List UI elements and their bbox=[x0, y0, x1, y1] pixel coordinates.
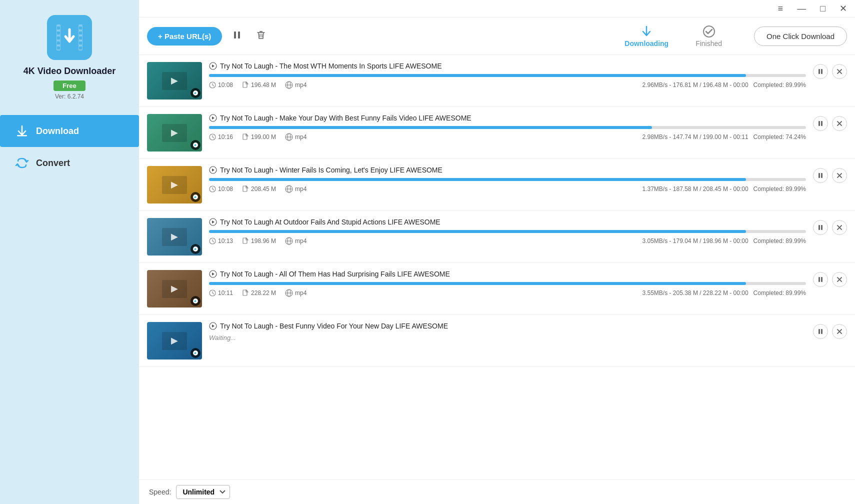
sidebar: 4K Video Downloader Free Ver: 6.2.74 Dow… bbox=[0, 0, 139, 504]
close-icon-5 bbox=[836, 276, 842, 282]
pause-icon bbox=[232, 30, 242, 40]
pause-button-5[interactable] bbox=[813, 272, 828, 287]
cancel-button-1[interactable] bbox=[832, 64, 847, 79]
speed-info-4: 3.05MB/s - 179.04 M / 198.96 M - 00:00 C… bbox=[642, 238, 806, 244]
app-logo bbox=[47, 15, 92, 60]
pause-icon-6 bbox=[818, 328, 824, 334]
video-icon-6 bbox=[209, 322, 217, 330]
pause-icon-2 bbox=[818, 120, 824, 126]
download-actions-4 bbox=[813, 218, 847, 235]
thumbnail-5: ▶ bbox=[147, 270, 202, 308]
filesize-4: 198.96 M bbox=[242, 238, 276, 244]
tab-finished[interactable]: Finished bbox=[690, 22, 728, 50]
sidebar-nav: Download Convert bbox=[0, 115, 139, 179]
pause-icon-3 bbox=[818, 172, 824, 178]
svg-rect-24 bbox=[243, 82, 247, 88]
convert-icon bbox=[15, 156, 29, 170]
svg-rect-10 bbox=[79, 36, 82, 40]
cancel-button-5[interactable] bbox=[832, 272, 847, 287]
pause-button-2[interactable] bbox=[813, 116, 828, 131]
pause-button-6[interactable] bbox=[813, 324, 828, 339]
sidebar-item-convert[interactable]: Convert bbox=[0, 147, 139, 179]
svg-rect-9 bbox=[79, 32, 82, 34]
pause-all-button[interactable] bbox=[228, 28, 246, 44]
speed-info-3: 1.37MB/s - 187.58 M / 208.45 M - 00:00 C… bbox=[642, 186, 806, 192]
svg-text:▶: ▶ bbox=[171, 128, 178, 138]
pause-button-4[interactable] bbox=[813, 220, 828, 235]
cancel-button-4[interactable] bbox=[832, 220, 847, 235]
finished-tab-icon bbox=[702, 24, 716, 38]
progress-track-1 bbox=[209, 74, 806, 77]
download-info-5: Try Not To Laugh - All Of Them Has Had S… bbox=[209, 270, 806, 297]
video-icon-1 bbox=[209, 62, 217, 70]
format-icon bbox=[285, 237, 293, 245]
speed-select[interactable]: Unlimited 1 MB/s 2 MB/s 5 MB/s bbox=[176, 485, 230, 499]
delete-all-button[interactable] bbox=[252, 28, 270, 44]
svg-rect-13 bbox=[17, 135, 27, 136]
svg-text:▶: ▶ bbox=[171, 232, 178, 242]
format-2: mp4 bbox=[285, 133, 306, 141]
minimize-button[interactable]: — bbox=[794, 3, 809, 14]
svg-rect-5 bbox=[57, 36, 60, 40]
svg-rect-6 bbox=[57, 42, 60, 44]
video-icon-4 bbox=[209, 218, 217, 226]
svg-rect-7 bbox=[57, 46, 60, 50]
plan-badge: Free bbox=[54, 80, 85, 91]
format-4: mp4 bbox=[285, 237, 306, 245]
cancel-button-2[interactable] bbox=[832, 116, 847, 131]
file-icon bbox=[242, 186, 249, 192]
vimeo-badge-2 bbox=[190, 140, 200, 150]
filesize-1: 196.48 M bbox=[242, 82, 276, 88]
download-item-5: ▶ Try Not To Laugh - All Of Them Has Had… bbox=[139, 263, 855, 315]
pause-button-1[interactable] bbox=[813, 64, 828, 79]
svg-rect-15 bbox=[238, 32, 240, 38]
maximize-button[interactable]: □ bbox=[817, 3, 828, 14]
cancel-button-3[interactable] bbox=[832, 168, 847, 183]
svg-rect-61 bbox=[818, 225, 820, 230]
progress-track-4 bbox=[209, 230, 806, 233]
format-icon bbox=[285, 133, 293, 141]
titlebar: ≡ — □ ✕ bbox=[139, 0, 855, 18]
one-click-download-button[interactable]: One Click Download bbox=[754, 26, 847, 46]
thumbnail-4: ▶ bbox=[147, 218, 202, 256]
svg-rect-12 bbox=[79, 46, 82, 50]
pause-button-3[interactable] bbox=[813, 168, 828, 183]
download-info-1: Try Not To Laugh - The Most WTH Moments … bbox=[209, 62, 806, 89]
menu-button[interactable]: ≡ bbox=[775, 3, 786, 14]
filesize-5: 228.22 M bbox=[242, 290, 276, 296]
svg-rect-28 bbox=[818, 69, 820, 74]
sidebar-item-download[interactable]: Download bbox=[0, 115, 139, 147]
speed-info-5: 3.55MB/s - 205.38 M / 228.22 M - 00:00 C… bbox=[642, 290, 806, 296]
clock-icon bbox=[209, 134, 216, 140]
svg-text:▶: ▶ bbox=[171, 180, 178, 190]
clock-icon bbox=[209, 290, 216, 296]
file-icon bbox=[242, 290, 249, 296]
close-icon-2 bbox=[836, 120, 842, 126]
cancel-button-6[interactable] bbox=[832, 324, 847, 339]
pause-icon-4 bbox=[818, 224, 824, 230]
close-button[interactable]: ✕ bbox=[836, 3, 850, 14]
thumbnail-1: ▶ bbox=[147, 62, 202, 100]
sidebar-convert-label: Convert bbox=[36, 158, 70, 168]
format-icon bbox=[285, 185, 293, 193]
thumb-art-4: ▶ bbox=[162, 228, 187, 246]
svg-rect-68 bbox=[243, 290, 247, 296]
downloading-tab-label: Downloading bbox=[624, 40, 668, 48]
download-meta-4: 10:13 198.96 M mp4 3.05MB/s - 179.04 M /… bbox=[209, 237, 806, 245]
download-info-3: Try Not To Laugh - Winter Fails Is Comin… bbox=[209, 166, 806, 193]
tab-downloading[interactable]: Downloading bbox=[618, 22, 674, 50]
svg-rect-4 bbox=[57, 32, 60, 34]
svg-rect-39 bbox=[818, 121, 820, 126]
video-icon-3 bbox=[209, 166, 217, 174]
progress-fill-2 bbox=[209, 126, 652, 129]
svg-rect-51 bbox=[821, 173, 822, 178]
duration-4: 10:13 bbox=[209, 238, 233, 244]
download-info-2: Try Not To Laugh - Make Your Day With Be… bbox=[209, 114, 806, 141]
thumb-art-6: ▶ bbox=[162, 332, 187, 350]
tab-group: Downloading Finished bbox=[618, 22, 728, 50]
format-1: mp4 bbox=[285, 81, 306, 89]
paste-url-button[interactable]: + Paste URL(s) bbox=[147, 27, 222, 46]
video-icon-2 bbox=[209, 114, 217, 122]
clock-icon bbox=[209, 186, 216, 192]
progress-track-5 bbox=[209, 282, 806, 285]
